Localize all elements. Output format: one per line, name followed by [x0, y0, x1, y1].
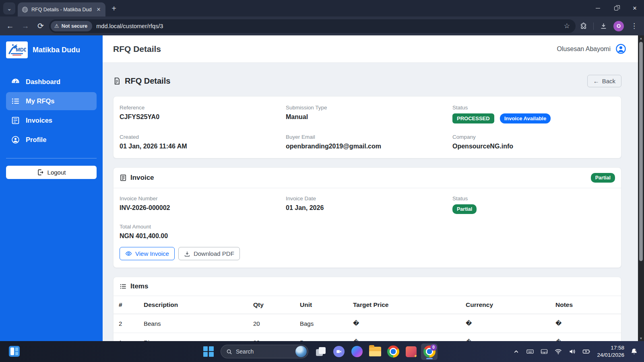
- volume-icon[interactable]: [567, 346, 578, 357]
- start-button[interactable]: [200, 343, 217, 360]
- close-button[interactable]: ✕: [625, 0, 644, 16]
- download-icon: [184, 251, 190, 257]
- sidebar-item-label: My RFQs: [26, 97, 55, 105]
- forward-nav-button[interactable]: →: [19, 19, 32, 33]
- notification-bell-icon[interactable]: z: [629, 346, 639, 357]
- taskbar-search[interactable]: Search: [221, 345, 308, 358]
- sidebar-item-my-rfqs[interactable]: My RFQs: [6, 92, 97, 110]
- new-tab-button[interactable]: +: [108, 2, 120, 14]
- chrome-button[interactable]: [385, 343, 401, 360]
- table-cell: �: [552, 314, 621, 333]
- battery-charging-icon[interactable]: [581, 346, 592, 357]
- field-reference: Reference CJFYS25YA0: [120, 105, 286, 123]
- sidebar-item-dashboard[interactable]: Dashboard: [6, 73, 97, 91]
- taskbar-center: Search 0: [200, 341, 438, 362]
- restore-button[interactable]: [607, 0, 625, 16]
- app-viewport: MDD Matikba Dudu Dashboard My RFQs: [0, 35, 644, 341]
- field-value: openbranding2019@gmail.com: [286, 143, 452, 150]
- keyboard-icon[interactable]: [525, 346, 535, 357]
- reload-button[interactable]: ⟳: [34, 19, 47, 33]
- sidebar-item-profile[interactable]: Profile: [6, 131, 97, 149]
- field-value: INV-2026-000002: [120, 204, 286, 212]
- browser-menu-button[interactable]: ⋮: [627, 22, 641, 30]
- receipt-icon: [120, 174, 127, 181]
- table-column-header: Description: [140, 296, 250, 314]
- scroll-down-icon[interactable]: ▼: [640, 335, 643, 341]
- file-explorer-icon: [369, 347, 381, 356]
- search-highlight-image: [295, 346, 307, 357]
- field-invoice-number: Invoice Number INV-2026-000002: [120, 195, 286, 214]
- field-invoice-status: Status Partial: [452, 195, 615, 214]
- user-menu[interactable]: Olusesan Abayomi: [557, 43, 626, 54]
- field-value: 01 Jan, 2026: [286, 204, 452, 212]
- minimize-icon: [596, 8, 600, 8]
- chevron-down-icon: ⌄: [7, 5, 12, 12]
- teams-chat-button[interactable]: [330, 343, 347, 360]
- logout-button[interactable]: Logout: [6, 166, 97, 179]
- installer-app-button[interactable]: [403, 343, 419, 360]
- page-content: RFQ Details ← Back Reference CJFYS25YA0: [103, 63, 644, 341]
- section-title-text: RFQ Details: [125, 76, 170, 86]
- browser-window: ⌄ RFQ Details - Matikba Dudu ✕ + ✕ ← → ⟳…: [0, 0, 644, 341]
- status-badge-invoice-available: Invoice Available: [500, 113, 551, 123]
- field-created: Created 01 Jan, 2026 11:46 AM: [120, 134, 286, 150]
- tab-close-icon[interactable]: ✕: [95, 6, 102, 13]
- field-value: 01 Jan, 2026 11:46 AM: [120, 143, 286, 150]
- back-nav-button[interactable]: ←: [3, 19, 17, 33]
- touchpad-icon[interactable]: [539, 346, 549, 357]
- field-value: OpensourceNG.info: [452, 143, 615, 150]
- browser-tab[interactable]: RFQ Details - Matikba Dudu ✕: [18, 2, 105, 16]
- section-heading: RFQ Details ← Back: [113, 75, 621, 87]
- items-table-body: 2Beans20Bags���1Rice20Bags���: [114, 314, 621, 341]
- user-name: Olusesan Abayomi: [557, 45, 611, 53]
- downloads-button[interactable]: [597, 20, 610, 33]
- field-label: Created: [120, 134, 286, 140]
- field-label: Submission Type: [286, 105, 452, 111]
- extensions-button[interactable]: [577, 20, 590, 33]
- field-company: Company OpensourceNG.info: [452, 134, 615, 150]
- url-text: mdd.local/customer/rfqs/3: [96, 23, 556, 29]
- globe-favicon-icon: [22, 6, 28, 13]
- widgets-button[interactable]: [9, 346, 20, 357]
- table-column-header: Target Price: [350, 296, 462, 314]
- address-bar[interactable]: ⚠ Not secure mdd.local/customer/rfqs/3 ☆: [49, 19, 576, 33]
- wifi-icon[interactable]: [553, 346, 564, 357]
- tray-chevron-button[interactable]: [511, 346, 521, 357]
- table-row: 1Rice20Bags���: [114, 333, 621, 341]
- invoice-card-title: Invoice: [130, 174, 154, 182]
- main-area: RFQ Details Olusesan Abayomi RFQ Detail: [103, 35, 644, 341]
- download-pdf-button[interactable]: Download PDF: [178, 247, 240, 260]
- taskbar-clock[interactable]: 17:58 24/01/2026: [597, 344, 624, 358]
- tab-search-button[interactable]: ⌄: [3, 2, 15, 14]
- field-label: Invoice Number: [120, 195, 286, 202]
- view-invoice-button[interactable]: View Invoice: [120, 247, 175, 260]
- field-label: Total Amount: [120, 224, 286, 230]
- task-view-button[interactable]: [312, 343, 329, 360]
- rfq-details-card: Reference CJFYS25YA0 Submission Type Man…: [113, 96, 621, 158]
- chrome-active-button[interactable]: 0: [421, 343, 438, 360]
- minimize-button[interactable]: [588, 0, 607, 16]
- sidebar-item-label: Profile: [26, 136, 46, 144]
- field-label: Company: [452, 134, 615, 140]
- file-explorer-button[interactable]: [367, 343, 383, 360]
- bookmark-star-icon[interactable]: ☆: [561, 22, 573, 30]
- logo-text: MDD: [16, 47, 26, 53]
- field-label: Status: [452, 105, 615, 111]
- eye-icon: [125, 250, 132, 257]
- field-label: Buyer Email: [286, 134, 452, 140]
- field-invoice-date: Invoice Date 01 Jan, 2026: [286, 195, 452, 214]
- table-column-header: Qty: [250, 296, 297, 314]
- user-avatar-icon: [615, 43, 626, 54]
- field-status: Status PROCESSED Invoice Available: [452, 105, 615, 123]
- sidebar-item-invoices[interactable]: Invoices: [6, 111, 97, 130]
- scroll-up-icon[interactable]: ▲: [640, 35, 643, 41]
- page-scrollbar[interactable]: ▲ ▼: [638, 35, 644, 341]
- brand-name: Matikba Dudu: [33, 46, 80, 54]
- back-button[interactable]: ← Back: [587, 75, 621, 87]
- copilot-button[interactable]: [349, 343, 365, 360]
- clock-date: 24/01/2026: [597, 352, 624, 359]
- not-secure-chip[interactable]: ⚠ Not secure: [51, 21, 92, 31]
- table-cell: 20: [250, 314, 297, 333]
- scrollbar-thumb[interactable]: [639, 42, 643, 261]
- browser-profile-avatar[interactable]: O: [613, 21, 624, 31]
